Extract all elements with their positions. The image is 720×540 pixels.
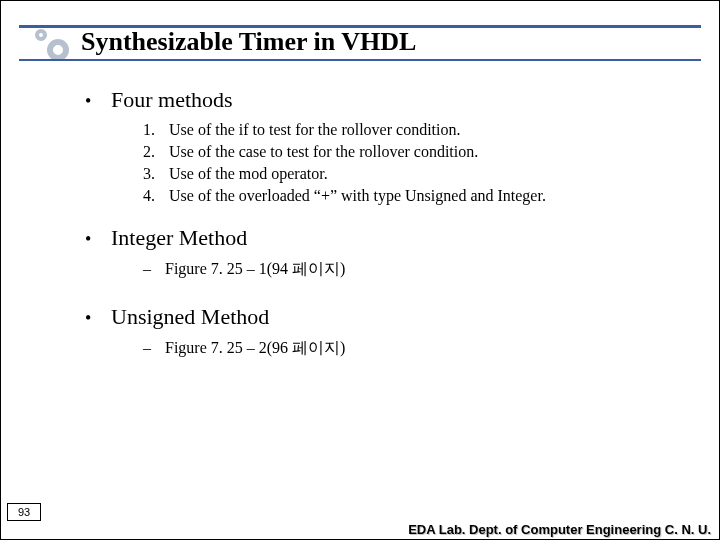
list-number: 4. — [143, 187, 169, 205]
four-methods-list: 1. Use of the if to test for the rollove… — [143, 121, 689, 205]
footer-text: EDA Lab. Dept. of Computer Engineering C… — [408, 522, 711, 537]
list-item: 1. Use of the if to test for the rollove… — [143, 121, 689, 139]
slide: Synthesizable Timer in VHDL • Four metho… — [0, 0, 720, 540]
bullet-icon: • — [85, 91, 111, 112]
list-item: – Figure 7. 25 – 1(94 페이지) — [143, 259, 689, 280]
list-text: Use of the overloaded “+” with type Unsi… — [169, 187, 546, 205]
integer-sublist: – Figure 7. 25 – 1(94 페이지) — [143, 259, 689, 280]
list-text: Figure 7. 25 – 2(96 페이지) — [165, 338, 345, 359]
list-text: Use of the if to test for the rollover c… — [169, 121, 460, 139]
list-number: 3. — [143, 165, 169, 183]
section-unsigned-method: • Unsigned Method — [85, 304, 689, 330]
list-number: 2. — [143, 143, 169, 161]
bullet-icon: • — [85, 308, 111, 329]
section-heading: Four methods — [111, 87, 233, 113]
circle-large-icon — [47, 39, 69, 61]
list-item: 3. Use of the mod operator. — [143, 165, 689, 183]
dash-icon: – — [143, 339, 165, 357]
list-item: 4. Use of the overloaded “+” with type U… — [143, 187, 689, 205]
page-number: 93 — [7, 503, 41, 521]
section-integer-method: • Integer Method — [85, 225, 689, 251]
section-heading: Integer Method — [111, 225, 247, 251]
section-heading: Unsigned Method — [111, 304, 269, 330]
list-item: 2. Use of the case to test for the rollo… — [143, 143, 689, 161]
unsigned-sublist: – Figure 7. 25 – 2(96 페이지) — [143, 338, 689, 359]
list-text: Use of the mod operator. — [169, 165, 328, 183]
circle-small-icon — [35, 29, 47, 41]
title-icon — [29, 29, 75, 59]
list-text: Use of the case to test for the rollover… — [169, 143, 478, 161]
page-title: Synthesizable Timer in VHDL — [81, 27, 416, 57]
dash-icon: – — [143, 260, 165, 278]
list-number: 1. — [143, 121, 169, 139]
list-item: – Figure 7. 25 – 2(96 페이지) — [143, 338, 689, 359]
content-area: • Four methods 1. Use of the if to test … — [85, 79, 689, 383]
section-four-methods: • Four methods — [85, 87, 689, 113]
bullet-icon: • — [85, 229, 111, 250]
title-rule — [19, 59, 701, 61]
list-text: Figure 7. 25 – 1(94 페이지) — [165, 259, 345, 280]
